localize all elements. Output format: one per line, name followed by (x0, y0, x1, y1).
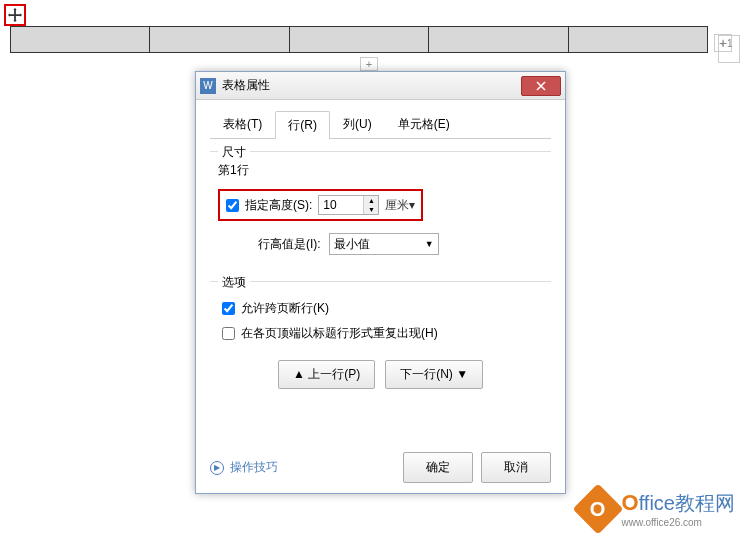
repeat-header-checkbox[interactable] (222, 327, 235, 340)
spinner-up[interactable]: ▲ (364, 196, 378, 205)
play-icon: ▶ (210, 461, 224, 475)
document-table[interactable] (10, 26, 708, 53)
row-number-label: 第1行 (218, 162, 543, 179)
app-icon: W (200, 78, 216, 94)
repeat-header-label: 在各页顶端以标题行形式重复出现(H) (241, 325, 438, 342)
table-cell[interactable] (289, 27, 428, 53)
height-spinner: ▲ ▼ (318, 195, 379, 215)
allow-break-checkbox[interactable] (222, 302, 235, 315)
dialog-body: 表格(T) 行(R) 列(U) 单元格(E) 尺寸 第1行 指定高度(S): ▲… (196, 100, 565, 413)
chevron-down-icon: ▼ (425, 239, 434, 249)
select-value: 最小值 (334, 236, 370, 253)
close-icon (536, 81, 546, 91)
size-group-label: 尺寸 (218, 144, 250, 161)
unit-selector[interactable]: 厘米▾ (385, 197, 415, 214)
size-group: 尺寸 第1行 指定高度(S): ▲ ▼ 厘米▾ 行高值是(I): (210, 151, 551, 269)
table-cell[interactable] (568, 27, 707, 53)
prev-row-button[interactable]: ▲ 上一行(P) (278, 360, 375, 389)
tab-row[interactable]: 行(R) (275, 111, 330, 139)
dialog-title: 表格属性 (222, 77, 521, 94)
watermark-icon: O (572, 484, 623, 535)
height-highlight: 指定高度(S): ▲ ▼ 厘米▾ (218, 189, 423, 221)
table-move-handle[interactable] (4, 4, 26, 26)
cancel-button[interactable]: 取消 (481, 452, 551, 483)
table-cell[interactable] (429, 27, 568, 53)
specify-height-checkbox[interactable] (226, 199, 239, 212)
options-group-label: 选项 (218, 274, 250, 291)
table-properties-dialog: W 表格属性 表格(T) 行(R) 列(U) 单元格(E) 尺寸 第1行 指定高… (195, 71, 566, 494)
tab-column[interactable]: 列(U) (330, 110, 385, 138)
watermark-text: Office教程网 www.office26.com (622, 490, 735, 528)
spinner-down[interactable]: ▼ (364, 205, 378, 214)
tips-label: 操作技巧 (230, 459, 278, 476)
allow-break-label: 允许跨页断行(K) (241, 300, 329, 317)
tips-link[interactable]: ▶ 操作技巧 (210, 459, 278, 476)
dialog-titlebar[interactable]: W 表格属性 (196, 72, 565, 100)
table-cell[interactable] (150, 27, 289, 53)
add-row-button[interactable]: + (360, 57, 378, 71)
row-height-mode-select[interactable]: 最小值 ▼ (329, 233, 439, 255)
options-group: 选项 允许跨页断行(K) 在各页顶端以标题行形式重复出现(H) ▲ 上一行(P)… (210, 281, 551, 403)
row-height-mode-row: 行高值是(I): 最小值 ▼ (218, 233, 543, 255)
next-row-button[interactable]: 下一行(N) ▼ (385, 360, 483, 389)
height-input[interactable] (319, 196, 363, 214)
tab-cell[interactable]: 单元格(E) (385, 110, 463, 138)
tab-table[interactable]: 表格(T) (210, 110, 275, 138)
watermark: O Office教程网 www.office26.com (580, 490, 735, 528)
table-row (11, 27, 708, 53)
specify-height-label: 指定高度(S): (245, 197, 312, 214)
dialog-footer: ▶ 操作技巧 确定 取消 (210, 452, 551, 483)
row-height-is-label: 行高值是(I): (258, 236, 321, 253)
watermark-url: www.office26.com (622, 517, 735, 528)
ruler-marker: ‹ 1 (718, 35, 740, 63)
tab-bar: 表格(T) 行(R) 列(U) 单元格(E) (210, 110, 551, 139)
table-cell[interactable] (11, 27, 150, 53)
close-button[interactable] (521, 76, 561, 96)
ok-button[interactable]: 确定 (403, 452, 473, 483)
move-icon (8, 8, 22, 22)
